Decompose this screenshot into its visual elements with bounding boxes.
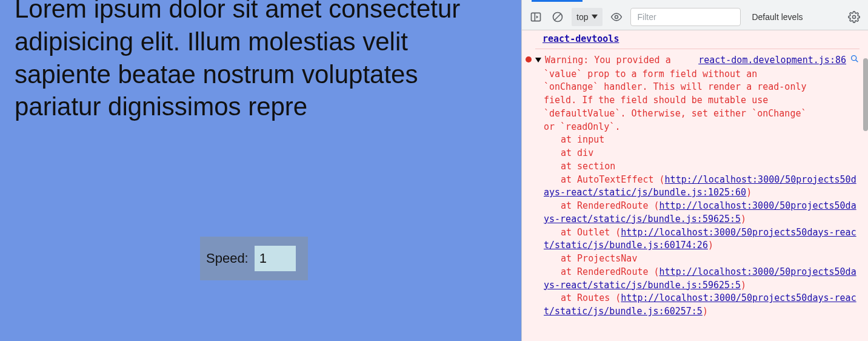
- clear-console-icon[interactable]: [550, 9, 566, 25]
- stack-frame: at input: [544, 133, 860, 147]
- error-icon: [526, 56, 532, 62]
- svg-point-4: [615, 15, 618, 18]
- chevron-down-icon: [592, 15, 598, 19]
- previous-log-link[interactable]: react-devtools: [535, 30, 619, 49]
- warning-body-line: field. If the field should be mutable us…: [544, 94, 860, 107]
- svg-rect-0: [532, 13, 541, 21]
- log-levels-dropdown[interactable]: Default levels: [752, 12, 803, 22]
- app-pane: Lorem ipsum dolor sit amet consectetur a…: [0, 0, 521, 341]
- stack-frame: at AutoTextEffect (http://localhost:3000…: [544, 174, 860, 200]
- stack-trace: at inputat divat sectionat AutoTextEffec…: [535, 133, 860, 319]
- warning-body-line: or `readOnly`.: [544, 121, 860, 134]
- warning-body: `value` prop to a form field without an`…: [535, 68, 860, 134]
- speed-input[interactable]: [255, 246, 296, 271]
- warning-body-line: `defaultValue`. Otherwise, set either `o…: [544, 107, 860, 121]
- svg-line-7: [856, 59, 858, 62]
- stack-frame: at section: [544, 160, 860, 174]
- source-link[interactable]: react-dom.development.js:86: [698, 54, 846, 67]
- speed-label: Speed:: [206, 251, 249, 266]
- stack-frame: at Routes (http://localhost:3000/50proje…: [544, 292, 860, 319]
- stack-frame: at ProjectsNav: [544, 252, 860, 266]
- stack-frame: at div: [544, 147, 860, 160]
- toggle-sidebar-icon[interactable]: [528, 9, 544, 25]
- live-expression-icon[interactable]: [609, 9, 624, 25]
- console-filter-input[interactable]: [630, 8, 741, 26]
- console-output: react-devtools Warning: You provided a r…: [522, 30, 868, 341]
- stack-frame: at RenderedRoute (http://localhost:3000/…: [544, 200, 860, 226]
- devtools-panel: top Default levels react-devtools Warnin…: [521, 0, 868, 341]
- warning-body-line: `value` prop to a form field without an: [544, 68, 860, 81]
- devtools-tab-indicator: [522, 0, 868, 4]
- speed-control: Speed:: [200, 237, 308, 280]
- console-toolbar: top Default levels: [522, 4, 868, 30]
- auto-typing-text: Lorem ipsum dolor sit amet consectetur a…: [15, 0, 507, 123]
- gear-icon[interactable]: [846, 9, 862, 25]
- svg-point-6: [852, 55, 856, 60]
- disclosure-triangle-icon[interactable]: [535, 58, 541, 62]
- svg-point-5: [853, 15, 856, 18]
- warning-body-line: `onChange` handler. This will render a r…: [544, 81, 860, 94]
- stack-frame: at Outlet (http://localhost:3000/50proje…: [544, 226, 860, 253]
- stack-frame: at RenderedRoute (http://localhost:3000/…: [544, 266, 860, 292]
- scrollbar-thumb[interactable]: [863, 58, 868, 131]
- warning-head-text: Warning: You provided a: [545, 54, 671, 67]
- console-error-message: Warning: You provided a react-dom.develo…: [535, 49, 860, 319]
- context-label: top: [576, 12, 588, 22]
- execution-context-selector[interactable]: top: [572, 8, 603, 26]
- svg-line-3: [555, 14, 561, 20]
- search-icon[interactable]: [850, 54, 860, 68]
